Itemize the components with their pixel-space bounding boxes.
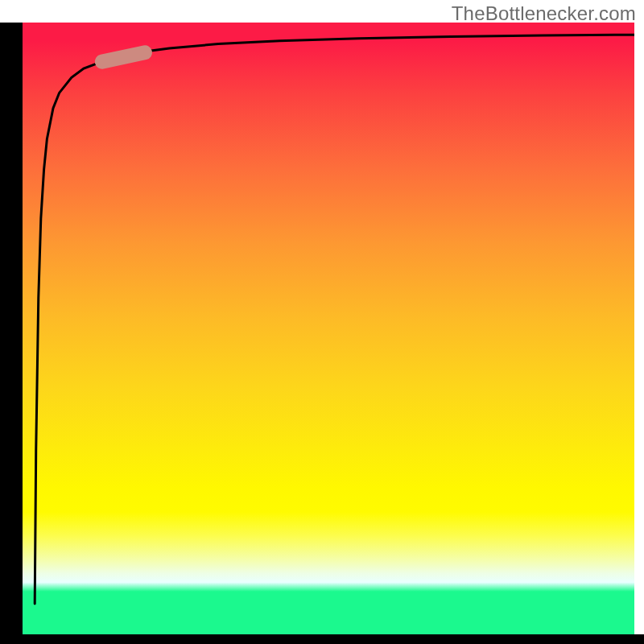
highlight-marker xyxy=(102,52,145,61)
chart-canvas: TheBottlenecker.com xyxy=(0,0,644,644)
curve-layer xyxy=(23,23,634,634)
x-axis xyxy=(0,634,644,644)
watermark-label: TheBottlenecker.com xyxy=(452,2,636,25)
data-curve xyxy=(35,35,634,604)
y-axis xyxy=(0,23,23,634)
plot-area xyxy=(23,23,634,634)
